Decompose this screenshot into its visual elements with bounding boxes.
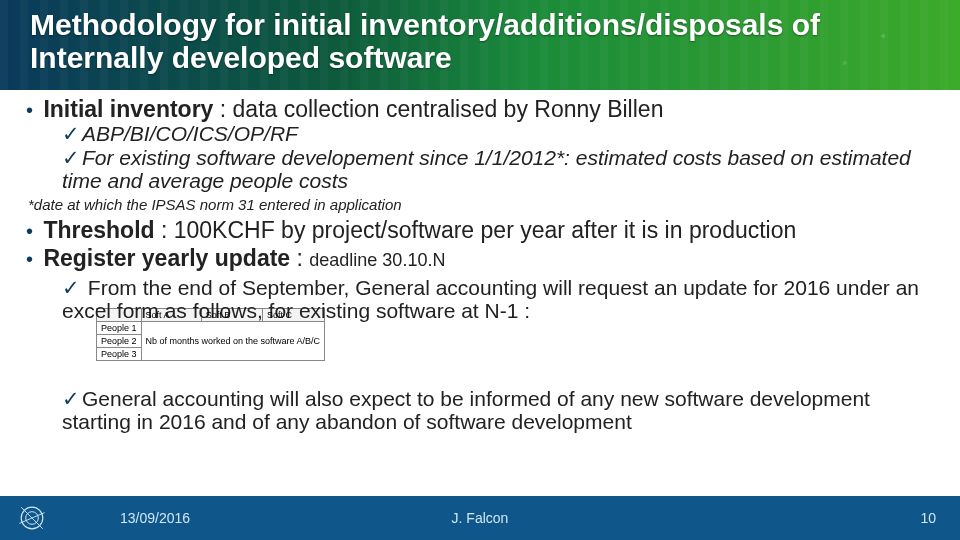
- td-people2: People 2: [97, 334, 142, 347]
- register-rest: :: [290, 245, 309, 271]
- bullet-threshold: • Threshold : 100KCHF by project/softwar…: [26, 217, 934, 243]
- bullet-register: • Register yearly update : deadline 30.1…: [26, 245, 934, 271]
- td-caption: Nb of months worked on the software A/B/…: [141, 321, 325, 360]
- slide-header: Methodology for initial inventory/additi…: [0, 0, 960, 90]
- bullet-dot: •: [26, 220, 33, 242]
- sub-abp: ✓ABP/BI/CO/ICS/OP/RF: [26, 122, 934, 145]
- initial-inventory-rest: : data collection centralised by Ronny B…: [213, 96, 663, 122]
- threshold-bold: Threshold: [43, 217, 154, 243]
- slide-title: Methodology for initial inventory/additi…: [0, 0, 960, 74]
- bullet-dot: •: [26, 248, 33, 270]
- td-people3: People 3: [97, 347, 142, 360]
- check-icon: ✓: [62, 276, 80, 299]
- sub-general-accounting: ✓General accounting will also expect to …: [26, 387, 934, 433]
- td-people1: People 1: [97, 321, 142, 334]
- footer-page-number: 10: [920, 510, 936, 526]
- sub-general-acct-text: General accounting will also expect to b…: [62, 387, 870, 433]
- check-icon: ✓: [62, 122, 80, 145]
- check-icon: ✓: [62, 146, 80, 169]
- initial-inventory-bold: Initial inventory: [43, 96, 213, 122]
- svg-line-3: [19, 513, 44, 524]
- threshold-rest: : 100KCHF by project/software per year a…: [155, 217, 797, 243]
- cern-logo-icon: [14, 500, 50, 536]
- footer-date: 13/09/2016: [120, 510, 190, 526]
- sub-existing: ✓For existing software developement sinc…: [26, 146, 934, 192]
- bullet-initial-inventory: • Initial inventory : data collection ce…: [26, 96, 934, 122]
- footer-author: J. Falcon: [452, 510, 509, 526]
- register-bold: Register yearly update: [43, 245, 290, 271]
- check-icon: ✓: [62, 387, 80, 410]
- ipsas-note: *date at which the IPSAS norm 31 entered…: [26, 196, 934, 213]
- sub-abp-text: ABP/BI/CO/ICS/OP/RF: [82, 122, 298, 145]
- slide-footer: 13/09/2016 J. Falcon 10: [0, 496, 960, 540]
- bullet-dot: •: [26, 99, 33, 121]
- register-small: deadline 30.10.N: [309, 250, 445, 270]
- sub-existing-text: For existing software developement since…: [62, 146, 911, 192]
- slide-body: • Initial inventory : data collection ce…: [0, 90, 960, 433]
